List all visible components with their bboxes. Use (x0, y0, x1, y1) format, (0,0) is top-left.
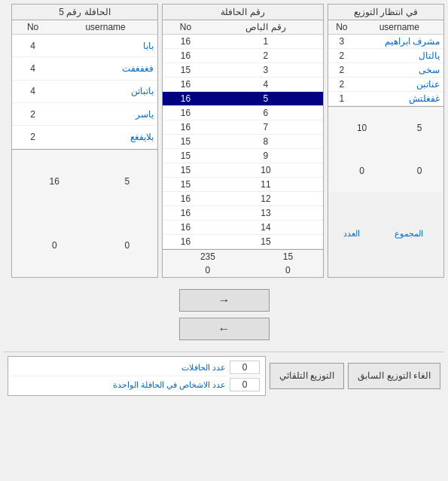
bus-num: 2 (209, 49, 323, 63)
waiting-label2: العدد (328, 192, 374, 277)
bus-footer1-c1: 15 (253, 250, 323, 264)
list-item[interactable]: باتباتن4 (12, 80, 157, 102)
bus-num: 5 (209, 92, 323, 106)
bus5-no: 2 (12, 126, 53, 148)
bus5-footer1-c2: 16 (12, 149, 97, 214)
list-item[interactable]: مشرف ابراهيم3 (328, 35, 443, 49)
bus-num: 4 (209, 78, 323, 92)
waiting-name: مشرف ابراهيم (355, 35, 443, 49)
bus-num: 13 (209, 206, 323, 221)
bus5-no: 2 (12, 102, 53, 125)
bus-no: 16 (163, 235, 209, 249)
info-box: 0 عدد الحافلات 0 عدد الاشخاص في الحافلة … (8, 356, 266, 396)
waiting-panel-title: في انتظار التوزيع (328, 5, 443, 20)
back-button[interactable]: ← (179, 318, 270, 340)
bus-footer: 15 235 0 0 (163, 249, 323, 277)
bus-col-num: رقم الباص (209, 20, 323, 35)
cancel-prev-button[interactable]: الغاء التوزيع السابق (348, 363, 440, 389)
waiting-footer: 5 10 0 0 (328, 106, 443, 192)
waiting-panel: في انتظار التوزيع username No مشرف ابراه… (328, 4, 444, 278)
list-item[interactable]: ياسر2 (12, 102, 157, 125)
waiting-name: يالتال (355, 49, 443, 63)
list-item[interactable]: غفغلتش1 (328, 92, 443, 106)
list-item[interactable]: بلايفغع2 (12, 126, 157, 148)
list-item[interactable]: 815 (163, 135, 323, 149)
bottom-section: الغاء التوزيع السابق التوزيع التلقائي 0 … (4, 352, 444, 400)
list-item[interactable]: 915 (163, 149, 323, 163)
waiting-no: 1 (328, 92, 355, 106)
persons-per-bus-row: 0 عدد الاشخاص في الحافلة الواحدة (11, 376, 263, 393)
waiting-name: سخى (355, 63, 443, 78)
waiting-table: username No مشرف ابراهيم3يالتال2سخى2عنات… (328, 20, 443, 106)
waiting-col-username: username (355, 20, 443, 35)
list-item[interactable]: 116 (163, 35, 323, 49)
list-item[interactable]: 1516 (163, 235, 323, 249)
bus5-no: 4 (12, 57, 53, 80)
bus-col-no: No (163, 20, 209, 35)
waiting-no: 2 (328, 49, 355, 63)
list-item[interactable]: 1115 (163, 178, 323, 192)
bus-num: 10 (209, 163, 323, 178)
arrow-buttons-section: → ← (4, 289, 444, 340)
bus-no: 16 (163, 78, 209, 92)
bus5-name: بابا (53, 35, 157, 57)
bus-footer2-c2: 0 (163, 263, 253, 277)
bus5-footer2-c1: 0 (97, 214, 157, 277)
bus5-name: باتباتن (53, 80, 157, 102)
list-item[interactable]: 416 (163, 78, 323, 92)
list-item[interactable]: 1316 (163, 206, 323, 221)
bus-no: 16 (163, 120, 209, 135)
waiting-footer2-c2: 0 (328, 150, 395, 192)
list-item[interactable]: 716 (163, 120, 323, 135)
waiting-no: 3 (328, 35, 355, 49)
forward-button[interactable]: → (179, 289, 270, 312)
bus-num: 11 (209, 178, 323, 192)
bus-num: 1 (209, 35, 323, 49)
waiting-footer2-c1: 0 (395, 150, 443, 192)
list-item[interactable]: 216 (163, 49, 323, 63)
bus-no: 16 (163, 192, 209, 206)
bus5-footer1-c1: 5 (97, 149, 157, 214)
bus5-name: ياسر (53, 102, 157, 125)
list-item[interactable]: 516 (163, 92, 323, 106)
auto-distribute-button[interactable]: التوزيع التلقائي (270, 363, 344, 389)
list-item[interactable]: بابا4 (12, 35, 157, 57)
bus-num: 14 (209, 221, 323, 235)
bus5-no: 4 (12, 80, 53, 102)
bus-no: 16 (163, 106, 209, 120)
bus-footer1-c2: 235 (163, 250, 253, 264)
list-item[interactable]: فغفغفت4 (12, 57, 157, 80)
top-section: في انتظار التوزيع username No مشرف ابراه… (4, 4, 444, 278)
waiting-name: غفغلتش (355, 92, 443, 106)
waiting-label1: المجموع (374, 192, 443, 277)
bus-num: 9 (209, 149, 323, 163)
persons-per-bus-label: عدد الاشخاص في الحافلة الواحدة (14, 380, 230, 390)
bus-num: 3 (209, 63, 323, 78)
bus-no: 15 (163, 135, 209, 149)
list-item[interactable]: 1216 (163, 192, 323, 206)
list-item[interactable]: 1015 (163, 163, 323, 178)
bus-no: 16 (163, 206, 209, 221)
bus-number-panel: رقم الحافلة رقم الباص No 116216315416516… (162, 4, 324, 278)
bus-no: 16 (163, 49, 209, 63)
bus-no: 16 (163, 92, 209, 106)
bus-no: 15 (163, 149, 209, 163)
bus5-table: username No بابا4فغفغفت4باتباتن4ياسر2بلا… (12, 20, 157, 149)
list-item[interactable]: 1416 (163, 221, 323, 235)
bus5-col-no: No (12, 20, 53, 35)
persons-per-bus-value: 0 (230, 378, 260, 391)
list-item[interactable]: 315 (163, 63, 323, 78)
waiting-footer1-c2: 10 (328, 107, 395, 150)
bus-no: 16 (163, 35, 209, 49)
bus-num: 6 (209, 106, 323, 120)
waiting-name: عناتبن (355, 78, 443, 92)
bus-num: 8 (209, 135, 323, 149)
bus-footer2-c1: 0 (253, 263, 323, 277)
bus5-name: فغفغفت (53, 57, 157, 80)
action-buttons: الغاء التوزيع السابق التوزيع التلقائي (270, 363, 440, 389)
list-item[interactable]: 616 (163, 106, 323, 120)
bus5-panel-title: الحافلة رقم 5 (12, 5, 157, 20)
list-item[interactable]: عناتبن2 (328, 78, 443, 92)
list-item[interactable]: سخى2 (328, 63, 443, 78)
list-item[interactable]: يالتال2 (328, 49, 443, 63)
